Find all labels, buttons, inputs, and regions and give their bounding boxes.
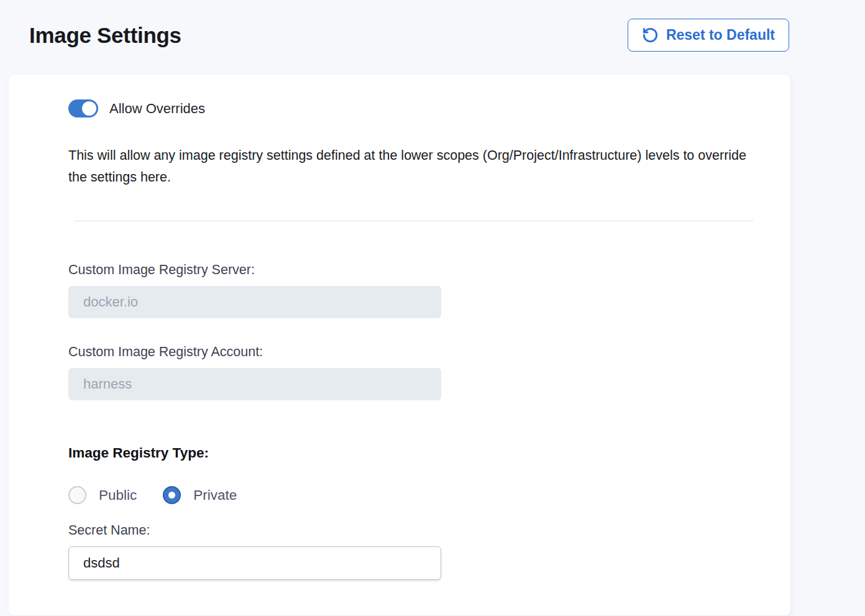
radio-public-label: Public	[99, 487, 137, 503]
allow-overrides-label: Allow Overrides	[109, 101, 205, 117]
page-header: Image Settings Reset to Default	[0, 0, 865, 52]
rotate-ccw-icon	[642, 27, 659, 44]
radio-public-icon[interactable]	[68, 486, 86, 504]
section-divider	[74, 221, 754, 221]
registry-account-field: Custom Image Registry Account:	[68, 344, 761, 400]
allow-overrides-description: This will allow any image registry setti…	[68, 145, 759, 188]
registry-server-field: Custom Image Registry Server:	[68, 262, 761, 318]
registry-type-label: Image Registry Type:	[68, 445, 761, 461]
secret-name-input[interactable]	[68, 546, 441, 580]
page-title: Image Settings	[29, 23, 181, 48]
registry-account-input	[68, 368, 441, 400]
radio-option-private[interactable]: Private	[163, 486, 237, 504]
radio-private-icon[interactable]	[163, 486, 181, 504]
registry-server-label: Custom Image Registry Server:	[68, 262, 761, 278]
reset-to-default-button[interactable]: Reset to Default	[628, 19, 789, 52]
image-settings-card: Allow Overrides This will allow any imag…	[9, 75, 790, 615]
radio-private-label: Private	[193, 487, 237, 503]
allow-overrides-toggle[interactable]	[68, 99, 98, 117]
reset-to-default-label: Reset to Default	[666, 27, 775, 44]
registry-type-options: Public Private	[68, 486, 761, 504]
secret-name-field: Secret Name:	[68, 523, 761, 580]
secret-name-label: Secret Name:	[68, 523, 761, 538]
radio-option-public[interactable]: Public	[68, 486, 137, 504]
toggle-knob	[82, 101, 96, 116]
registry-server-input	[68, 286, 441, 318]
allow-overrides-row: Allow Overrides	[68, 99, 761, 117]
registry-account-label: Custom Image Registry Account:	[68, 344, 761, 360]
